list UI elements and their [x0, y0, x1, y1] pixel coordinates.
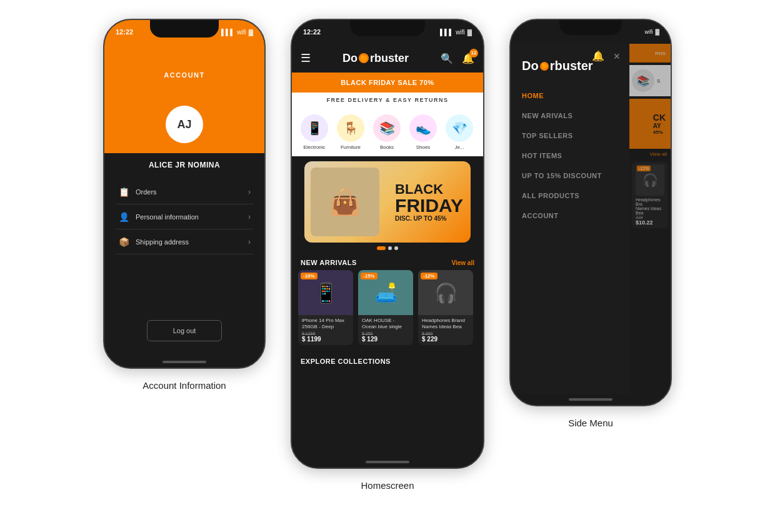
- explore-title: EXPLORE COLLECTIONS: [301, 358, 391, 365]
- bottom-pill: [162, 361, 206, 363]
- personal-info-label: Personal information: [136, 213, 199, 221]
- iphone-name: iPhone 14 Pro Max 256GB - Deep Purple: [302, 318, 349, 331]
- account-bottom-bar: [162, 356, 206, 368]
- sidemenu-logo-o: 🟠: [540, 62, 549, 71]
- product-sofa[interactable]: -15% 🛋️ OAK HOUSE - Ocean blue single so…: [358, 270, 413, 345]
- product-iphone[interactable]: -10% 📱 iPhone 14 Pro Max 256GB - Deep Pu…: [298, 270, 353, 345]
- headphones-info: Headphones Brand Names Ideas Bea $ 360 $…: [418, 315, 473, 345]
- iphone-info: iPhone 14 Pro Max 256GB - Deep Purple $ …: [298, 315, 353, 345]
- account-body: ALICE JR NOMINA 📋 Orders › 👤 Personal in…: [104, 153, 264, 368]
- sofa-old-price: $ 250: [362, 331, 409, 336]
- personal-info-menu-item[interactable]: 👤 Personal information ›: [116, 204, 253, 229]
- account-user-name: ALICE JR NOMINA: [149, 161, 220, 169]
- shoes-icon: 👟: [409, 114, 437, 142]
- category-jewelry[interactable]: 💎 Je...: [443, 114, 476, 150]
- shipping-chevron: ›: [248, 238, 251, 246]
- home-battery-icon: ▓: [468, 29, 472, 36]
- sidebar-item-account[interactable]: ACCOUNT: [511, 206, 629, 226]
- orders-menu-left: 📋 Orders: [118, 186, 157, 198]
- books-icon: 📚: [373, 114, 401, 142]
- sidemenu-battery-icon: ▓: [655, 29, 659, 35]
- battery-icon: ▓: [249, 29, 253, 36]
- logo-o: 🟠: [359, 53, 369, 63]
- shipping-menu-left: 📦 Shipping address: [118, 236, 189, 248]
- hero-dots: [292, 246, 483, 250]
- hero-dot-3: [394, 246, 398, 250]
- wifi-icon: wifi: [237, 29, 246, 36]
- search-nav-icon[interactable]: 🔍: [441, 53, 453, 64]
- account-header: ACCOUNT AJ: [104, 44, 264, 153]
- hero-line1: BLACK: [395, 183, 463, 196]
- sidebar-item-all-products[interactable]: ALL PRODUCTS: [511, 186, 629, 206]
- products-row: -10% 📱 iPhone 14 Pro Max 256GB - Deep Pu…: [292, 270, 483, 350]
- account-screen-container: 12:22 ▌▌▌ wifi ▓ ACCOUNT AJ ALICE JR NOM…: [103, 19, 266, 391]
- personal-info-chevron: ›: [248, 213, 251, 221]
- home-nav: ☰ Do🟠rbuster 🔍 🔔 12: [292, 44, 483, 73]
- sidemenu-caption: Side Menu: [568, 418, 613, 428]
- sidebar-item-home[interactable]: HOME: [511, 86, 629, 106]
- sidemenu-status-icons: wifi ▓: [644, 29, 659, 35]
- home-caption: Homescreen: [361, 480, 414, 491]
- shipping-label: Shipping address: [136, 238, 189, 246]
- headphones-price: $ 229: [422, 336, 469, 343]
- furniture-icon: 🪑: [337, 114, 364, 142]
- personal-info-menu-left: 👤 Personal information: [118, 211, 199, 223]
- books-label: Books: [380, 144, 394, 150]
- white-banner: FREE DELIVERY & EASY RETURNS: [292, 93, 483, 108]
- view-all-link[interactable]: View all: [451, 259, 474, 266]
- sidemenu-bottom-pill: [569, 398, 612, 401]
- category-shoes[interactable]: 👟 Shoes: [407, 114, 439, 150]
- notifications-nav-icon[interactable]: 🔔 12: [462, 53, 474, 64]
- account-status-icons: ▌▌▌ wifi ▓: [221, 29, 253, 36]
- category-electronic[interactable]: 📱 Electronic: [298, 114, 331, 150]
- sofa-info: OAK HOUSE - Ocean blue single sofa $ 250…: [358, 315, 413, 345]
- account-phone-frame: 12:22 ▌▌▌ wifi ▓ ACCOUNT AJ ALICE JR NOM…: [103, 19, 266, 369]
- headphones-old-price: $ 360: [422, 331, 469, 336]
- home-bottom-pill: [366, 461, 409, 463]
- account-header-title: ACCOUNT: [164, 71, 205, 79]
- category-books[interactable]: 📚 Books: [371, 114, 403, 150]
- phone-notch-1: [150, 20, 219, 38]
- home-status-icons: ▌▌▌ wifi ▓: [440, 29, 472, 36]
- sidemenu-screen-container: wifi ▓ ✕ 🔔 Do🟠rbuster: [509, 19, 672, 428]
- category-furniture[interactable]: 🪑 Furniture: [334, 114, 367, 150]
- sidebar-item-hot-items[interactable]: HOT ITEMS: [511, 146, 629, 166]
- orders-menu-item[interactable]: 📋 Orders ›: [116, 179, 253, 204]
- sofa-price: $ 129: [362, 336, 409, 343]
- hero-text-block: BLACK FRIDAY DISC. UP TO 45%: [395, 183, 463, 222]
- sidemenu-bell-icon[interactable]: 🔔: [592, 51, 604, 61]
- logout-button[interactable]: Log out: [147, 320, 222, 341]
- phone-notch-2: [350, 20, 425, 36]
- sidebar-item-discount[interactable]: UP TO 15% DISCOUNT: [511, 166, 629, 186]
- avatar: AJ: [166, 106, 203, 143]
- headphones-discount: -12%: [421, 273, 438, 279]
- electronic-icon: 📱: [301, 114, 328, 142]
- account-caption: Account Information: [142, 380, 226, 391]
- electronic-label: Electronic: [303, 144, 325, 150]
- close-icon[interactable]: ✕: [613, 51, 621, 61]
- phone-notch-3: [559, 20, 622, 35]
- home-phone-frame: 12:22 ▌▌▌ wifi ▓ ☰ Do🟠rbuster �: [291, 19, 484, 469]
- hero-dot-1: [377, 246, 386, 250]
- sidemenu-logo: Do🟠rbuster: [511, 54, 629, 86]
- orders-icon: 📋: [118, 186, 129, 198]
- iphone-discount: -10%: [301, 273, 318, 279]
- iphone-old-price: $ 1299: [302, 331, 349, 336]
- hamburger-icon[interactable]: ☰: [301, 51, 311, 65]
- furniture-label: Furniture: [341, 144, 361, 150]
- sofa-discount: -15%: [361, 273, 378, 279]
- side-panel: ✕ 🔔 Do🟠rbuster HOME NEW ARIVALS TOP SELL…: [511, 44, 629, 394]
- sidebar-item-new-arrivals[interactable]: NEW ARIVALS: [511, 106, 629, 126]
- notification-badge: 12: [469, 49, 478, 58]
- product-headphones[interactable]: -12% 🎧 Headphones Brand Names Ideas Bea …: [418, 270, 473, 345]
- home-wifi-icon: wifi: [456, 29, 464, 36]
- sidemenu-bottom-bar: [511, 394, 671, 405]
- home-bottom-bar: [292, 456, 483, 468]
- shipping-menu-item[interactable]: 📦 Shipping address ›: [116, 229, 253, 254]
- explore-section: EXPLORE COLLECTIONS: [292, 350, 483, 371]
- sidebar-item-top-sellers[interactable]: TOP SELLERS: [511, 126, 629, 146]
- jewelry-label: Je...: [454, 144, 464, 150]
- hero-dot-2: [388, 246, 392, 250]
- shoes-label: Shoes: [416, 144, 431, 150]
- signal-icon: ▌▌▌: [221, 29, 234, 36]
